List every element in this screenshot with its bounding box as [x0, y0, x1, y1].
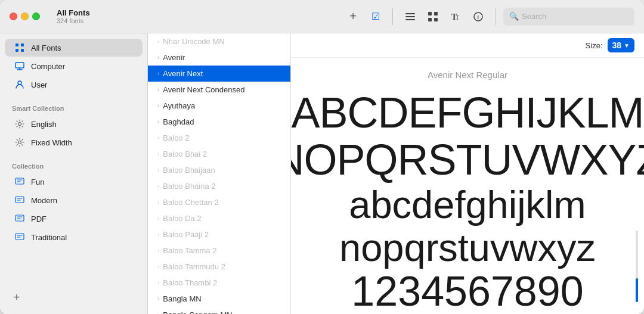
font-list-item[interactable]: ›Baloo Bhai 2 — [148, 146, 290, 162]
font-item-name: Nhar Unicode MN — [163, 37, 283, 46]
size-label: Size: — [586, 41, 603, 50]
sidebar-item-traditional[interactable]: Traditional — [5, 228, 143, 246]
chevron-right-icon: › — [157, 70, 159, 77]
search-bar[interactable]: 🔍 — [503, 8, 634, 26]
preview-scrollbar[interactable] — [634, 33, 639, 314]
font-list-item[interactable]: ›Avenir — [148, 49, 290, 66]
font-list-item[interactable]: ›Bangla MN — [148, 291, 290, 307]
font-item-name: Baloo Thambi 2 — [163, 278, 283, 287]
close-button[interactable] — [10, 13, 17, 20]
svg-rect-30 — [16, 234, 24, 240]
chevron-right-icon: › — [157, 86, 159, 93]
svg-rect-3 — [428, 12, 432, 15]
computer-icon — [14, 61, 25, 71]
svg-rect-27 — [16, 215, 24, 221]
preview-toolbar: Size: 38 ▼ — [291, 33, 644, 58]
checkmark-icon: ☑ — [371, 11, 380, 22]
font-preview-button[interactable]: T T — [445, 8, 466, 26]
svg-rect-4 — [434, 12, 438, 15]
svg-point-19 — [18, 123, 21, 126]
font-item-name: Baloo Bhai 2 — [163, 150, 283, 158]
size-dropdown[interactable]: 38 ▼ — [608, 38, 634, 52]
list-view-button[interactable] — [400, 8, 420, 26]
modern-icon — [14, 195, 25, 206]
maximize-button[interactable] — [32, 13, 40, 20]
svg-rect-12 — [21, 43, 24, 46]
font-item-name: Baloo Da 2 — [163, 214, 283, 223]
pdf-label: PDF — [31, 214, 47, 223]
svg-rect-13 — [16, 49, 18, 52]
font-item-name: Avenir Next Condensed — [163, 85, 283, 94]
chevron-right-icon: › — [157, 247, 159, 254]
font-list-item[interactable]: ›Baloo Bhaina 2 — [148, 178, 290, 194]
font-item-name: Bangla MN — [163, 294, 283, 303]
fixed-width-gear-icon — [14, 137, 25, 148]
font-list-item[interactable]: ›Baloo Tammudu 2 — [148, 259, 290, 275]
font-list-item[interactable]: ›Baloo 2 — [148, 130, 290, 146]
grid-view-button[interactable] — [423, 8, 443, 26]
font-item-name: Baloo Bhaijaan — [163, 166, 283, 175]
svg-rect-5 — [428, 18, 432, 21]
svg-rect-11 — [16, 43, 18, 46]
chevron-right-icon: › — [157, 199, 159, 206]
font-list-item[interactable]: ›Avenir Next — [148, 66, 290, 82]
window-title-area: All Fonts 324 fonts — [57, 8, 90, 24]
scrollbar-thumb — [636, 278, 638, 302]
sidebar-item-pdf[interactable]: PDF — [5, 210, 143, 228]
font-item-name: Baloo Chettan 2 — [163, 198, 283, 207]
add-font-button[interactable]: + — [345, 8, 361, 25]
sidebar-item-english[interactable]: English — [5, 115, 143, 133]
traditional-label: Traditional — [31, 233, 67, 242]
font-list-item[interactable]: ›Baloo Thambi 2 — [148, 275, 290, 291]
svg-rect-24 — [16, 197, 24, 203]
preview-content: Avenir Next Regular ABCDEFGHIJKLM NOPQRS… — [291, 58, 644, 314]
chevron-right-icon: › — [157, 279, 159, 286]
check-button[interactable]: ☑ — [366, 7, 385, 26]
minimize-button[interactable] — [21, 13, 29, 20]
collection-section: Collection Fun — [0, 154, 147, 249]
sidebar-item-fun[interactable]: Fun — [5, 173, 143, 191]
collection-label: Collection — [0, 159, 147, 172]
sidebar-item-fixed-width[interactable]: Fixed Width — [5, 133, 143, 151]
sidebar-item-modern[interactable]: Modern — [5, 191, 143, 209]
chevron-right-icon: › — [157, 102, 159, 109]
sidebar-item-all-fonts[interactable]: All Fonts — [5, 39, 143, 57]
sidebar-item-computer[interactable]: Computer — [5, 57, 143, 75]
fixed-width-label: Fixed Width — [31, 138, 72, 147]
font-item-name: Baloo Tammudu 2 — [163, 262, 283, 271]
font-list-item[interactable]: ›Avenir Next Condensed — [148, 82, 290, 98]
toolbar: All Fonts 324 fonts + ☑ — [0, 0, 644, 33]
font-list-item[interactable]: ›Baloo Bhaijaan — [148, 162, 290, 178]
svg-rect-21 — [16, 178, 24, 184]
font-list-item[interactable]: ›Baloo Tamma 2 — [148, 243, 290, 259]
scrollbar-track — [636, 231, 638, 302]
english-gear-icon — [14, 119, 25, 129]
font-list-item[interactable]: ›Baghdad — [148, 114, 290, 130]
font-list-item[interactable]: ›Baloo Paaji 2 — [148, 226, 290, 243]
dropdown-arrow-icon: ▼ — [624, 42, 630, 49]
user-label: User — [31, 80, 47, 89]
svg-rect-6 — [434, 18, 438, 21]
font-list-item[interactable]: ›Ayuthaya — [148, 98, 290, 114]
svg-rect-2 — [405, 19, 415, 20]
preview-area: Size: 38 ▼ Avenir Next Regular ABCDEFGHI… — [291, 33, 644, 314]
preview-uppercase: ABCDEFGHIJKLM — [291, 89, 643, 136]
sidebar-main-section: All Fonts Computer — [0, 33, 147, 97]
info-button[interactable]: i — [468, 8, 488, 26]
font-list-item[interactable]: ›Bangla Sangam MN — [148, 307, 290, 314]
smart-collection-section: Smart Collection English — [0, 97, 147, 154]
font-list-item[interactable]: ›Nhar Unicode MN — [148, 33, 290, 49]
search-icon: 🔍 — [509, 12, 519, 21]
font-list-item[interactable]: ›Baloo Chettan 2 — [148, 194, 290, 210]
sidebar-item-user[interactable]: User — [5, 76, 143, 94]
font-item-name: Baghdad — [163, 117, 283, 126]
chevron-right-icon: › — [157, 231, 159, 238]
font-list-item[interactable]: ›Baloo Da 2 — [148, 210, 290, 226]
add-collection-button[interactable]: + — [10, 290, 24, 304]
font-list: ›Nhar Unicode MN›Avenir›Avenir Next›Aven… — [148, 33, 291, 314]
main-window: All Fonts 324 fonts + ☑ — [0, 0, 644, 314]
preview-nopq: NOPQRSTUVWXYZ — [291, 136, 644, 184]
view-controls: T T i — [400, 8, 488, 26]
search-input[interactable] — [522, 12, 628, 21]
traffic-lights — [10, 13, 40, 20]
